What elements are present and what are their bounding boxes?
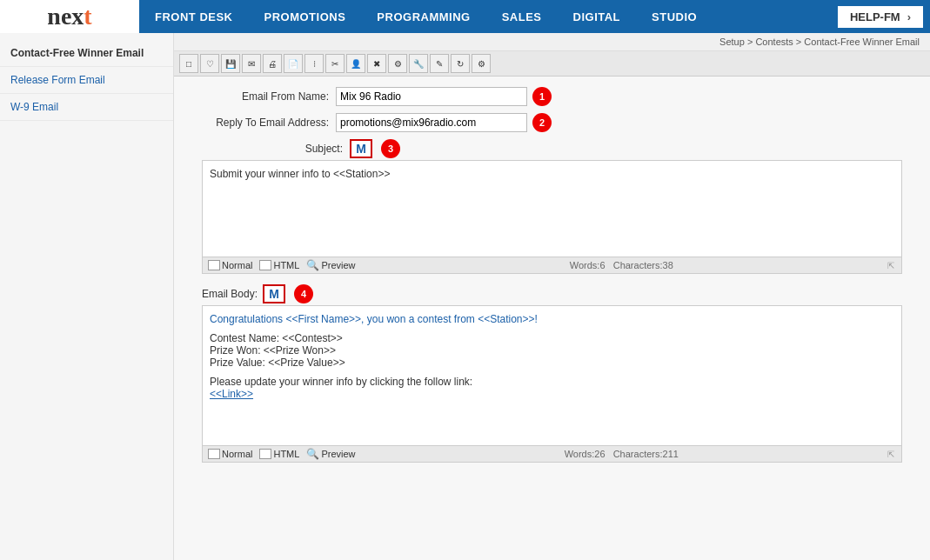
nav-programming[interactable]: PROGRAMMING bbox=[361, 0, 485, 33]
layout: Contact-Free Winner Email Release Form E… bbox=[0, 33, 930, 560]
email-body-label: Email Body: bbox=[202, 288, 258, 300]
body-normal-btn[interactable]: Normal bbox=[208, 449, 252, 459]
toolbar-edit-btn[interactable]: ✎ bbox=[430, 54, 449, 73]
email-from-name-label: Email From Name: bbox=[188, 90, 336, 103]
body-editor-section: Congratulations <<First Name>>, you won … bbox=[202, 305, 902, 463]
body-line-1: Congratulations <<First Name>>, you won … bbox=[210, 313, 894, 325]
subject-editor-box: Submit your winner info to <<Station>> N… bbox=[202, 160, 902, 274]
body-line-5: Please update your winner info by clicki… bbox=[210, 376, 894, 388]
body-word-count: Words:26 Characters:211 bbox=[565, 449, 679, 459]
nav-front-desk[interactable]: FRONT DESK bbox=[139, 0, 249, 33]
preview-icon: 🔍 bbox=[306, 259, 319, 271]
subject-preview-btn[interactable]: 🔍 Preview bbox=[306, 259, 355, 271]
subject-word-count: Words:6 Characters:38 bbox=[570, 260, 673, 270]
toolbar: □ ♡ 💾 ✉ 🖨 📄 ⁝ ✂ 👤 ✖ ⚙ 🔧 ✎ ↻ ⚙ bbox=[174, 51, 930, 77]
top-nav: next FRONT DESK PROMOTIONS PROGRAMMING S… bbox=[0, 0, 930, 33]
sidebar-item-contact-free-winner-email[interactable]: Contact-Free Winner Email bbox=[0, 40, 173, 67]
subject-normal-btn[interactable]: Normal bbox=[208, 260, 252, 270]
help-button[interactable]: HELP-FM › bbox=[838, 6, 923, 28]
normal-icon bbox=[208, 260, 220, 270]
reply-to-row: Reply To Email Address: 2 bbox=[188, 113, 916, 132]
subject-macro-button[interactable]: M bbox=[350, 139, 372, 158]
email-from-name-row: Email From Name: 1 bbox=[188, 87, 916, 106]
toolbar-wrench-btn[interactable]: 🔧 bbox=[409, 54, 428, 73]
body-line-3: Prize Won: <<Prize Won>> bbox=[210, 344, 894, 357]
body-line-4: Prize Value: <<Prize Value>> bbox=[210, 357, 894, 369]
body-line-2: Contest Name: <<Contest>> bbox=[210, 332, 894, 344]
body-editor-box: Congratulations <<First Name>>, you won … bbox=[202, 305, 902, 463]
subject-view-options: Normal HTML 🔍 Preview bbox=[208, 259, 356, 271]
body-preview-icon: 🔍 bbox=[306, 448, 319, 460]
body-editor-content[interactable]: Congratulations <<First Name>>, you won … bbox=[203, 306, 901, 445]
body-lines-56: Please update your winner info by clicki… bbox=[210, 376, 894, 400]
reply-to-label: Reply To Email Address: bbox=[188, 117, 336, 129]
nav-digital[interactable]: DIGITAL bbox=[558, 0, 637, 33]
body-macro-button[interactable]: M bbox=[263, 284, 285, 303]
toolbar-new-btn[interactable]: □ bbox=[179, 54, 198, 73]
badge-3: 3 bbox=[381, 139, 400, 158]
reply-to-input[interactable] bbox=[336, 113, 527, 132]
toolbar-user-btn[interactable]: 👤 bbox=[346, 54, 365, 73]
html-icon bbox=[259, 260, 271, 270]
sidebar: Contact-Free Winner Email Release Form E… bbox=[0, 33, 174, 560]
subject-editor-section: Submit your winner info to <<Station>> N… bbox=[202, 160, 902, 274]
email-from-name-input[interactable] bbox=[336, 87, 527, 106]
toolbar-save-btn[interactable]: 💾 bbox=[221, 54, 240, 73]
subject-label: Subject: bbox=[202, 143, 350, 155]
main-content: Setup > Contests > Contact-Free Winner E… bbox=[174, 33, 930, 560]
sidebar-item-release-form-email[interactable]: Release Form Email bbox=[0, 67, 173, 94]
nav-studio[interactable]: STUDIO bbox=[636, 0, 713, 33]
badge-4: 4 bbox=[294, 284, 313, 303]
toolbar-close-btn[interactable]: ✖ bbox=[367, 54, 386, 73]
toolbar-heart-btn[interactable]: ♡ bbox=[200, 54, 219, 73]
toolbar-doc-btn[interactable]: 📄 bbox=[284, 54, 303, 73]
toolbar-refresh-btn[interactable]: ↻ bbox=[451, 54, 470, 73]
nav-promotions[interactable]: PROMOTIONS bbox=[249, 0, 362, 33]
toolbar-table-btn[interactable]: ⁝ bbox=[304, 54, 324, 73]
toolbar-settings-btn[interactable]: ⚙ bbox=[472, 54, 491, 73]
logo: next bbox=[0, 0, 139, 33]
body-editor-footer: Normal HTML 🔍 Preview bbox=[203, 445, 901, 462]
body-html-btn[interactable]: HTML bbox=[259, 449, 299, 459]
subject-editor-footer: Normal HTML 🔍 Preview bbox=[203, 257, 901, 273]
subject-editor-content[interactable]: Submit your winner info to <<Station>> bbox=[203, 161, 901, 257]
subject-html-btn[interactable]: HTML bbox=[259, 260, 299, 270]
body-preview-btn[interactable]: 🔍 Preview bbox=[306, 448, 355, 460]
chevron-right-icon: › bbox=[907, 10, 911, 23]
body-line-6[interactable]: <<Link>> bbox=[210, 388, 894, 400]
toolbar-gear-btn[interactable]: ⚙ bbox=[388, 54, 407, 73]
form-area: Email From Name: 1 Reply To Email Addres… bbox=[174, 77, 930, 483]
toolbar-print-btn[interactable]: 🖨 bbox=[263, 54, 282, 73]
body-resize-handle[interactable]: ⇱ bbox=[887, 450, 896, 458]
toolbar-scissors-btn[interactable]: ✂ bbox=[325, 54, 345, 73]
body-html-icon bbox=[259, 449, 271, 459]
body-normal-icon bbox=[208, 449, 220, 459]
sidebar-item-w9-email[interactable]: W-9 Email bbox=[0, 94, 173, 121]
nav-sales[interactable]: SALES bbox=[486, 0, 558, 33]
subject-resize-handle[interactable]: ⇱ bbox=[887, 261, 896, 270]
breadcrumb: Setup > Contests > Contact-Free Winner E… bbox=[174, 33, 930, 51]
badge-2: 2 bbox=[532, 113, 552, 132]
body-lines-234: Contest Name: <<Contest>> Prize Won: <<P… bbox=[210, 332, 894, 369]
body-view-options: Normal HTML 🔍 Preview bbox=[208, 448, 356, 460]
badge-1: 1 bbox=[532, 87, 552, 106]
nav-items: FRONT DESK PROMOTIONS PROGRAMMING SALES … bbox=[139, 0, 838, 33]
toolbar-email-btn[interactable]: ✉ bbox=[242, 54, 261, 73]
